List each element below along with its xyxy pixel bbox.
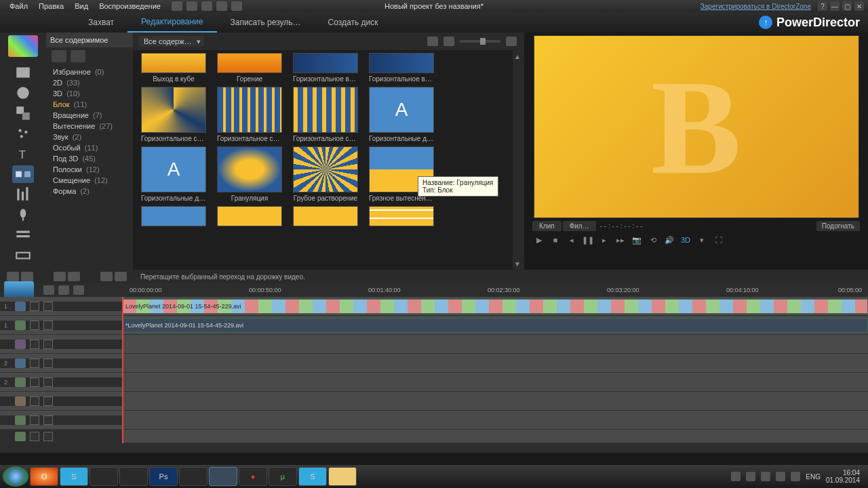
tray-lang[interactable]: ENG [806, 473, 821, 481]
toolbar-undo-icon[interactable] [186, 1, 197, 11]
apply-pip-alt-icon[interactable] [68, 272, 80, 281]
music-track-icon[interactable] [15, 432, 26, 441]
track-visible-toggle[interactable] [30, 302, 39, 311]
transition-thumb[interactable]: Горизонтальное вр… [292, 53, 359, 83]
track-lock-toggle[interactable] [43, 415, 53, 425]
minimize-icon[interactable]: — [830, 1, 840, 11]
tab-capture[interactable]: Захват [75, 12, 127, 33]
3d-toggle[interactable]: 3D [680, 235, 691, 245]
volume-icon[interactable]: 🔊 [664, 235, 675, 245]
audio-clip[interactable]: *LovelyPlanet 2014-09-01 15-54-45-229.av… [122, 318, 868, 333]
tl-tool-icon[interactable] [58, 285, 69, 295]
cat-item-rotation[interactable]: Вращение (7) [49, 110, 130, 121]
tray-icon[interactable] [761, 472, 770, 481]
apply-audio-icon[interactable] [100, 272, 113, 281]
scroll-up-icon[interactable]: ▲ [513, 52, 522, 61]
tab-produce[interactable]: Записать резуль… [217, 12, 315, 33]
track-visible-toggle[interactable] [30, 359, 39, 368]
transition-thumb[interactable] [368, 206, 435, 226]
cat-item-special[interactable]: Особый (11) [49, 142, 130, 153]
small-thumb-icon[interactable] [443, 37, 454, 46]
voice-track-icon[interactable] [15, 415, 26, 425]
large-thumb-icon[interactable] [506, 37, 517, 46]
video-clip[interactable]: LovelyPlanet 2014-09-01 15-54-45-229.avi [122, 299, 868, 314]
transition-room-icon[interactable] [12, 165, 34, 183]
cat-item-2d[interactable]: 2D (33) [49, 77, 130, 88]
transition-thumb[interactable] [292, 206, 359, 226]
transition-thumb[interactable]: Выход в кубе [140, 53, 208, 83]
prev-frame-icon[interactable]: ◂ [566, 235, 577, 245]
cat-item-favorites[interactable]: Избранное (0) [49, 66, 130, 77]
fullscreen-icon[interactable]: ⛶ [713, 235, 724, 245]
audio-track-icon[interactable] [15, 378, 26, 387]
category-header[interactable]: Все содержимое [46, 33, 133, 47]
folder-dim-icon[interactable] [71, 50, 85, 62]
pip-room-icon[interactable] [12, 104, 34, 122]
transition-thumb[interactable]: Грубое растворение [292, 146, 359, 202]
effects-room-icon[interactable] [12, 84, 34, 102]
transition-thumb[interactable]: Горизонтальное вр… [368, 53, 435, 83]
apply-pip-icon[interactable] [54, 272, 66, 281]
tab-create-disc[interactable]: Создать диск [315, 12, 392, 33]
video-track-icon[interactable] [15, 359, 26, 368]
task-powerdirector[interactable] [209, 467, 237, 486]
thumb-zoom-slider[interactable] [460, 40, 500, 43]
track-visible-toggle[interactable] [30, 396, 39, 406]
3d-dropdown-icon[interactable]: ▾ [696, 235, 707, 245]
playhead[interactable] [122, 297, 123, 443]
cat-item-block[interactable]: Блок (11) [49, 99, 130, 110]
apply-video-icon[interactable] [7, 272, 19, 281]
tab-edit[interactable]: Редактирование [127, 12, 216, 33]
apply-video-alt-icon[interactable] [21, 272, 33, 281]
task-record[interactable]: ● [239, 467, 267, 486]
task-skype[interactable]: S [60, 467, 88, 486]
track-visible-toggle[interactable] [30, 415, 39, 425]
track-lock-toggle[interactable] [43, 359, 53, 368]
stop-icon[interactable]: ■ [550, 235, 561, 245]
task-skype2[interactable]: S [298, 467, 327, 486]
track-lock-toggle[interactable] [43, 302, 53, 311]
cat-item-stripes[interactable]: Полоски (12) [49, 164, 130, 175]
transition-thumb[interactable]: AГоризонтальные до… [140, 146, 208, 202]
task-app[interactable] [179, 467, 208, 486]
task-explorer[interactable] [328, 467, 357, 486]
folder-icon[interactable] [52, 50, 66, 62]
timeline-scrollbar[interactable] [0, 443, 868, 453]
subtitle-room-icon[interactable] [12, 247, 34, 264]
audio-mixing-icon[interactable] [12, 186, 34, 203]
track-lock-toggle[interactable] [43, 378, 53, 387]
directorzone-link[interactable]: Зарегистрироваться в DirectorZone [701, 3, 811, 10]
track-visible-toggle[interactable] [30, 432, 39, 441]
track-lock-toggle[interactable] [43, 321, 53, 330]
fit-button[interactable]: Подогнать [816, 221, 860, 231]
transition-thumb[interactable] [140, 206, 208, 226]
particle-room-icon[interactable] [12, 125, 34, 142]
track-lock-toggle[interactable] [43, 340, 53, 349]
help-icon[interactable]: ? [818, 1, 827, 11]
voice-over-icon[interactable] [12, 206, 34, 224]
menu-edit[interactable]: Правка [33, 2, 69, 10]
browser-scrollbar[interactable]: ▲ ▼ [513, 50, 522, 270]
menu-playback[interactable]: Воспроизведение [94, 2, 166, 10]
track-visible-toggle[interactable] [30, 321, 39, 330]
tray-network-icon[interactable] [776, 472, 785, 481]
preview-tab-clip[interactable]: Клип [532, 221, 561, 231]
cat-item-sound[interactable]: Звук (2) [49, 131, 130, 142]
fast-forward-icon[interactable]: ▸▸ [615, 235, 626, 245]
transition-thumb[interactable] [216, 206, 283, 226]
chapter-room-icon[interactable] [12, 226, 34, 244]
toolbar-redo-icon[interactable] [201, 1, 212, 11]
cat-item-under3d[interactable]: Под 3D (45) [49, 153, 130, 164]
cat-item-3d[interactable]: 3D (10) [49, 88, 130, 99]
loop-icon[interactable]: ⟲ [648, 235, 658, 245]
tl-tool-icon[interactable] [73, 285, 84, 295]
pause-icon[interactable]: ❚❚ [583, 235, 593, 245]
cat-item-offset[interactable]: Смещение (12) [49, 175, 130, 186]
title-track-icon[interactable] [15, 396, 26, 406]
apply-audio-alt-icon[interactable] [115, 272, 127, 281]
audio-track-icon[interactable] [15, 321, 26, 330]
tl-tool-icon[interactable] [43, 285, 54, 295]
track-visible-toggle[interactable] [30, 340, 39, 349]
track-lock-toggle[interactable] [43, 432, 53, 441]
task-app[interactable] [90, 467, 118, 486]
